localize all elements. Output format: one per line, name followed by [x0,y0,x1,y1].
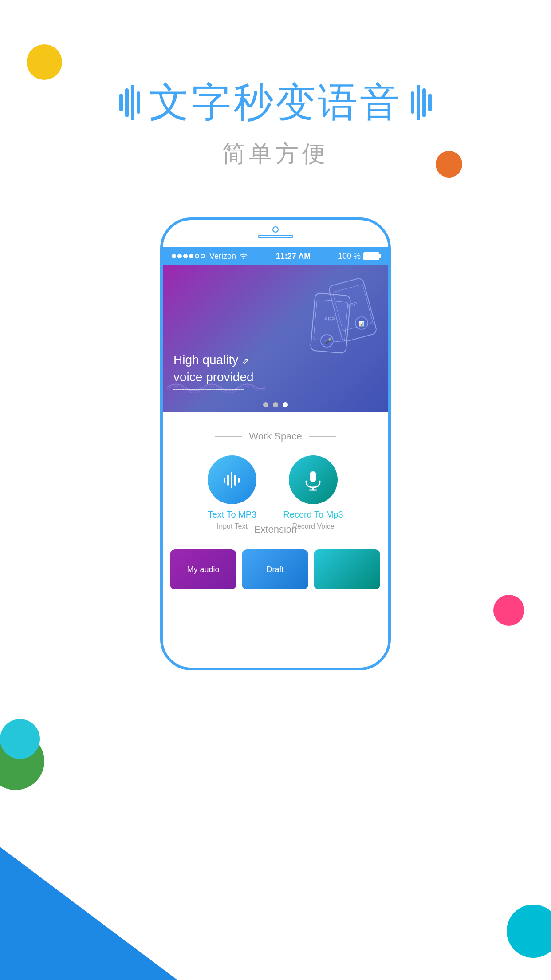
circle-teal-decoration [0,719,40,759]
signal-dot-empty [201,254,205,258]
wave-bar [422,88,426,117]
subtitle-text: 简单方便 [0,138,551,170]
section-line-right [309,436,336,437]
waveform-icon [220,468,244,492]
extension-header: Extension [163,513,388,544]
dot-2[interactable] [273,402,278,407]
banner-phone-illustration: APP APP 🎤 📊 [299,272,384,361]
phone-top-detail [258,226,293,238]
status-bar: Verizon 11:27 AM 100 % [163,247,388,265]
section-divider [163,509,388,509]
battery-percent: 100 % [338,252,361,261]
my-audio-label: My audio [187,565,219,574]
svg-rect-14 [238,478,240,483]
wave-bar [125,88,129,117]
workspace-title: Work Space [249,431,302,442]
phone-camera [272,226,279,233]
svg-text:APP: APP [324,316,335,323]
chinese-title: 文字秒变语音 [149,75,402,130]
battery-icon [363,252,379,260]
extension-title: Extension [254,524,297,535]
section-line-left [215,436,242,437]
banner-line2: voice provided [173,370,254,384]
banner-line1: High quality [173,353,242,367]
wave-bar [137,91,140,114]
dot-1[interactable] [263,402,268,407]
banner-slider[interactable]: APP APP 🎤 📊 High quality ⇗ voice provide… [163,265,388,412]
circle-pink-decoration [493,595,524,626]
svg-rect-10 [224,478,225,483]
microphone-icon [301,468,325,492]
circle-cyan-decoration [507,905,551,958]
extension-section: Extension My audio Draft [163,513,388,595]
signal-dot [177,254,182,258]
signal-dot [172,254,176,258]
header-section: 文字秒变语音 简单方便 [0,75,551,170]
banner-divider [173,389,244,390]
draft-card[interactable]: Draft [242,549,308,589]
extension-cards-row: My audio Draft [163,544,388,595]
wave-bar [411,91,414,114]
dot-3-active[interactable] [283,402,288,407]
blue-shape-2 [0,758,222,980]
third-ext-card[interactable] [314,549,380,589]
text-to-mp3-icon-circle[interactable] [208,455,256,504]
ext-section-line-left [220,530,247,530]
circle-yellow-decoration [27,44,62,80]
svg-rect-13 [234,475,236,486]
share-icon: ⇗ [242,356,249,366]
wave-bar [428,94,432,111]
signal-dot [189,254,193,258]
signal-dots [172,254,205,258]
banner-headline: High quality ⇗ voice provided [173,351,254,386]
signal-dot-empty [195,254,199,258]
svg-rect-15 [310,471,316,482]
phone-mockup: Verizon 11:27 AM 100 % [160,217,391,670]
wave-bar [131,85,134,120]
main-title-row: 文字秒变语音 [0,75,551,130]
banner-dots [263,402,288,407]
status-time: 11:27 AM [276,252,311,261]
ext-section-line-right [304,530,331,530]
draft-label: Draft [266,565,283,574]
workspace-header: Work Space [163,420,388,451]
svg-rect-12 [231,472,232,488]
wave-bars-right [411,85,432,120]
wave-bar [119,94,123,111]
svg-text:🎤: 🎤 [324,337,332,345]
phone-speaker [258,235,293,238]
phone-frame: Verizon 11:27 AM 100 % [160,217,391,670]
my-audio-card[interactable]: My audio [170,549,236,589]
signal-dot [183,254,188,258]
status-right: 100 % [338,252,379,261]
wifi-icon [239,252,248,260]
wave-bars-left [119,85,140,120]
svg-rect-11 [227,475,229,486]
wave-bar [417,85,420,120]
record-to-mp3-icon-circle[interactable] [289,455,338,504]
carrier-name: Verizon [209,252,236,261]
status-left: Verizon [172,252,248,261]
svg-text:📊: 📊 [358,320,365,327]
banner-text-content: High quality ⇗ voice provided [173,351,254,390]
